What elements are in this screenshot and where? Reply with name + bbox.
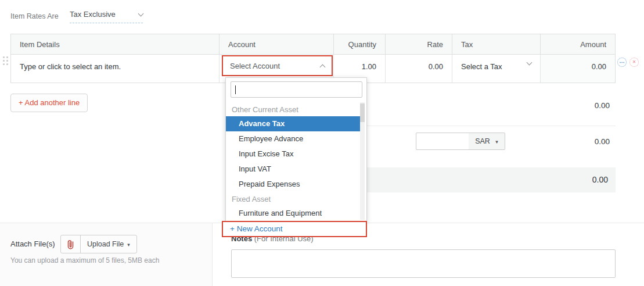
attach-files-label: Attach File(s) <box>10 239 55 248</box>
header-quantity: Quantity <box>333 34 385 55</box>
attachments-panel <box>0 223 213 286</box>
tax-select[interactable]: Select a Tax <box>452 55 540 83</box>
expense-line-items-screen: Item Rates Are Tax Exclusive Item Detail… <box>0 0 644 286</box>
chevron-down-icon <box>527 60 533 66</box>
header-tax: Tax <box>452 34 540 55</box>
account-select-trigger[interactable]: Select Account <box>222 55 333 76</box>
header-amount: Amount <box>540 34 615 55</box>
account-option-selected[interactable]: Advance Tax <box>226 116 361 131</box>
item-rates-label: Item Rates Are <box>10 12 59 20</box>
account-option[interactable]: Input Excise Tax <box>226 146 366 162</box>
account-option[interactable]: Furniture and Equipment <box>226 206 366 221</box>
dropdown-scrollbar[interactable] <box>360 102 365 220</box>
account-option[interactable]: Employee Advance <box>226 131 366 146</box>
header-item-details: Item Details <box>11 34 219 55</box>
paperclip-icon[interactable] <box>61 235 81 253</box>
header-rate: Rate <box>385 34 452 55</box>
new-account-button[interactable]: + New Account <box>222 221 367 237</box>
total-value: 0.00 <box>592 167 608 192</box>
account-select-value: Select Account <box>230 62 280 70</box>
tax-mode-value: Tax Exclusive <box>70 10 116 19</box>
tax-mode-select[interactable]: Tax Exclusive <box>70 10 143 23</box>
upload-file-label: Upload File▾ <box>81 235 136 253</box>
row-delete-icon[interactable]: ✕ <box>629 58 639 67</box>
currency-label: SAR <box>475 137 490 145</box>
account-group-label: Other Current Asset <box>226 102 366 116</box>
table-header-row: Item Details Account Quantity Rate Tax A… <box>11 34 615 55</box>
upload-hint-text: You can upload a maximum of 5 files, 5MB… <box>10 256 159 264</box>
dropdown-options-list: Other Current Asset Advance Tax Employee… <box>226 102 366 221</box>
currency-select-button[interactable]: SAR ▾ <box>469 133 505 150</box>
rate-input[interactable]: 0.00 <box>385 55 452 83</box>
amount-value: 0.00 <box>540 55 615 83</box>
chevron-up-icon <box>320 64 326 70</box>
account-group-label: Fixed Asset <box>226 192 366 206</box>
account-option[interactable]: Input VAT <box>226 162 366 177</box>
upload-file-button[interactable]: Upload File▾ <box>60 235 137 253</box>
dropdown-scrollbar-thumb[interactable] <box>360 103 365 122</box>
account-dropdown-panel: Other Current Asset Advance Tax Employee… <box>225 77 367 221</box>
add-another-line-button[interactable]: + Add another line <box>10 94 88 112</box>
header-account: Account <box>219 34 333 55</box>
adjustment-row-value: 0.00 <box>540 137 610 146</box>
chevron-down-icon <box>138 10 144 16</box>
tax-select-value: Select a Tax <box>461 62 502 71</box>
subtotal-value: 0.00 <box>540 101 610 110</box>
notes-textarea[interactable] <box>231 249 616 278</box>
adjustment-input[interactable] <box>416 133 469 150</box>
dropdown-search-input[interactable] <box>231 81 362 98</box>
row-drag-handle[interactable] <box>3 56 8 65</box>
caret-down-icon: ▾ <box>495 139 498 145</box>
text-cursor <box>235 85 236 94</box>
caret-down-icon: ▾ <box>127 242 130 248</box>
row-more-options-icon[interactable]: ⋯ <box>617 58 627 67</box>
item-details-input[interactable]: Type or click to select an item. <box>11 55 219 83</box>
account-option[interactable]: Prepaid Expenses <box>226 177 366 192</box>
